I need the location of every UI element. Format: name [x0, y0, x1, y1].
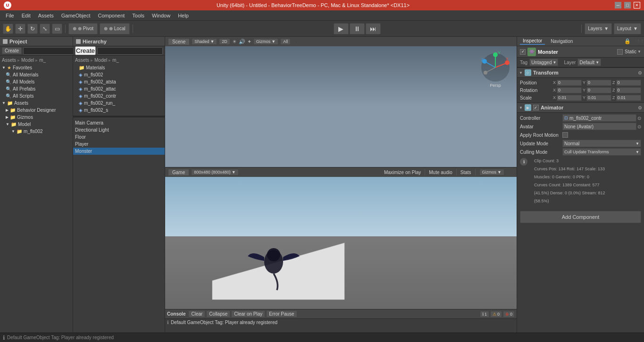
- play-button[interactable]: ▶: [334, 23, 349, 34]
- rotate-tool[interactable]: ↻: [27, 24, 38, 34]
- scene-audio-icon[interactable]: 🔊: [239, 39, 245, 45]
- materials-file[interactable]: 📁 Materials: [73, 64, 165, 71]
- shading-dropdown[interactable]: Shaded ▼: [192, 38, 217, 45]
- gizmos-dropdown[interactable]: Gizmos ▼: [253, 38, 278, 45]
- menu-tools[interactable]: Tools: [128, 12, 148, 19]
- menu-assets[interactable]: Assets: [34, 12, 58, 19]
- inspector-lock-icon[interactable]: 🔒: [624, 38, 631, 44]
- minimize-button[interactable]: ─: [615, 2, 621, 8]
- hb-model[interactable]: Model: [94, 58, 107, 63]
- maximize-button[interactable]: □: [624, 2, 631, 8]
- scene-drag[interactable]: ⋮⋮: [293, 38, 300, 45]
- all-dropdown[interactable]: All: [280, 38, 291, 45]
- object-enabled-checkbox[interactable]: [520, 49, 526, 55]
- scale-z-value[interactable]: 0.01: [616, 95, 642, 101]
- animator-component-header[interactable]: ▼ ▶ Animator ⚙: [517, 102, 644, 113]
- stats-button[interactable]: Stats: [460, 170, 471, 175]
- model-item[interactable]: ▼ 📁 Model: [0, 121, 73, 128]
- pause-button[interactable]: ⏸: [350, 23, 365, 34]
- hierarchy-main-camera[interactable]: Main Camera: [73, 119, 165, 126]
- hierarchy-floor[interactable]: Floor: [73, 133, 165, 141]
- game-gizmos-dropdown[interactable]: Gizmos ▼: [479, 169, 504, 175]
- hierarchy-monster[interactable]: Monster: [73, 148, 165, 155]
- move-tool[interactable]: ✛: [15, 24, 25, 34]
- rotation-x-value[interactable]: 0: [557, 87, 582, 93]
- animator-enabled-checkbox[interactable]: [533, 105, 539, 110]
- hand-tool[interactable]: ✋: [3, 24, 13, 34]
- assets-folder[interactable]: ▼ 📁 Assets: [0, 100, 73, 107]
- scene-fx-icon[interactable]: ✦: [247, 39, 251, 45]
- mode-2d-button[interactable]: 2D: [219, 38, 230, 45]
- transform-settings-icon[interactable]: ⚙: [638, 70, 642, 75]
- all-models-item[interactable]: 🔍 All Models: [0, 78, 73, 85]
- hierarchy-search-input[interactable]: [97, 47, 163, 55]
- inspector-tab[interactable]: Inspector: [520, 38, 545, 45]
- step-button[interactable]: ⏭: [366, 23, 381, 34]
- navigation-tab[interactable]: Navigation: [548, 38, 576, 44]
- scale-x-value[interactable]: 0.01: [557, 95, 582, 101]
- layer-dropdown[interactable]: Default ▼: [577, 58, 601, 66]
- culling-mode-value[interactable]: Cull Update Transforms ▼: [562, 148, 641, 156]
- all-materials-item[interactable]: 🔍 All Materials: [0, 71, 73, 78]
- apply-root-motion-checkbox[interactable]: [562, 132, 568, 138]
- game-drag[interactable]: ⋮⋮: [506, 168, 514, 176]
- scale-tool[interactable]: ⤡: [40, 24, 50, 34]
- console-clear-on-play-button[interactable]: Clear on Play: [231, 310, 265, 317]
- mfls002-s-file[interactable]: ◈ m_fls002_s: [73, 107, 165, 114]
- static-chevron-icon[interactable]: ▼: [637, 50, 641, 54]
- all-prefabs-item[interactable]: 🔍 All Prefabs: [0, 85, 73, 92]
- transform-component-header[interactable]: ▼ ⊹ Transform ⚙: [517, 67, 644, 78]
- avatar-value[interactable]: None (Avatar): [562, 123, 636, 130]
- favorites-folder[interactable]: ▼ ★ Favorites: [0, 64, 73, 71]
- menu-window[interactable]: Window: [148, 12, 174, 19]
- mfls002-run-file[interactable]: ◈ m_fls002_run_: [73, 100, 165, 107]
- add-component-button[interactable]: Add Component: [520, 211, 641, 223]
- scene-tab[interactable]: Scene: [168, 38, 190, 45]
- hierarchy-directional-light[interactable]: Directional Light: [73, 126, 165, 133]
- breadcrumb-m[interactable]: m_: [39, 58, 46, 63]
- console-error-pause-button[interactable]: Error Pause: [266, 310, 297, 317]
- mfls002-item[interactable]: ▼ 📁 m_fls002: [0, 128, 73, 135]
- mute-audio-button[interactable]: Mute audio: [429, 170, 452, 175]
- mfls002-file[interactable]: ◈ m_fls002: [73, 71, 165, 78]
- resolution-dropdown[interactable]: 800x480 (800x480) ▼: [191, 169, 238, 175]
- gizmos-item[interactable]: ▶ 📁 Gizmos: [0, 114, 73, 121]
- close-button[interactable]: ✕: [634, 2, 640, 8]
- hb-m[interactable]: m_: [112, 58, 119, 63]
- console-clear-button[interactable]: Clear: [188, 310, 205, 317]
- position-x-value[interactable]: 0: [557, 80, 582, 86]
- static-checkbox[interactable]: [617, 49, 623, 55]
- layers-dropdown[interactable]: Layers ▼: [585, 23, 612, 34]
- breadcrumb-model[interactable]: Model: [21, 58, 34, 63]
- breadcrumb-assets[interactable]: Assets: [2, 58, 16, 63]
- layout-dropdown[interactable]: Layout ▼: [614, 23, 641, 34]
- game-tab[interactable]: Game: [168, 169, 189, 176]
- controller-select-icon[interactable]: ⊙: [637, 116, 641, 121]
- mfls002-contr-file[interactable]: ◈ m_fls002_contr: [73, 92, 165, 100]
- controller-value[interactable]: ⊡ m_fls002_contr: [562, 114, 636, 122]
- update-mode-value[interactable]: Normal ▼: [562, 140, 641, 147]
- menu-edit[interactable]: Edit: [18, 12, 34, 19]
- scene-light-icon[interactable]: ☀: [232, 39, 237, 45]
- position-z-value[interactable]: 0: [616, 80, 642, 86]
- menu-component[interactable]: Component: [94, 12, 128, 19]
- rotation-z-value[interactable]: 0: [616, 87, 642, 93]
- avatar-select-icon[interactable]: ⊙: [637, 124, 641, 129]
- project-create-button[interactable]: Create: [2, 47, 22, 54]
- local-button[interactable]: ⊕ ⊕ Local: [100, 23, 130, 34]
- position-y-value[interactable]: 0: [586, 80, 611, 86]
- rotation-y-value[interactable]: 0: [586, 87, 611, 93]
- rect-tool[interactable]: ▭: [52, 24, 62, 34]
- behavior-designer-item[interactable]: ▶ 📁 Behavior Designer: [0, 107, 73, 114]
- console-collapse-button[interactable]: Collapse: [206, 310, 230, 317]
- hierarchy-create-button[interactable]: Create: [75, 46, 96, 55]
- maximize-on-play-button[interactable]: Maximize on Play: [384, 170, 421, 175]
- tag-dropdown[interactable]: Untagged ▼: [529, 58, 558, 66]
- scale-y-value[interactable]: 0.01: [586, 95, 611, 101]
- animator-settings-icon[interactable]: ⚙: [638, 105, 642, 110]
- menu-file[interactable]: File: [2, 12, 18, 19]
- menu-help[interactable]: Help: [174, 12, 192, 19]
- all-scripts-item[interactable]: 🔍 All Scripts: [0, 92, 73, 100]
- pivot-button[interactable]: ⊕ ⊕ Pivot: [68, 23, 98, 34]
- hb-assets[interactable]: Assets: [75, 58, 89, 63]
